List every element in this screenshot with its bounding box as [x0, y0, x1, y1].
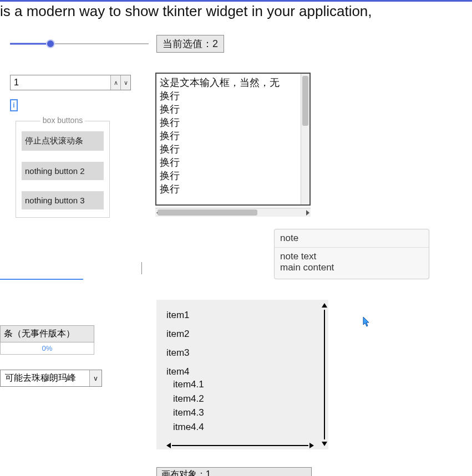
slider-filled: [10, 43, 50, 45]
tree-child[interactable]: itme4.4: [173, 420, 322, 434]
tree-hscroll-track: [172, 445, 308, 446]
spinbox-up-button[interactable]: ∧: [110, 75, 120, 90]
nothing-button-2[interactable]: nothing button 2: [22, 162, 104, 180]
spinbox-input[interactable]: [11, 75, 110, 90]
progress-bar: 0%: [0, 342, 94, 355]
combobox-dropdown-button[interactable]: v: [89, 370, 101, 386]
tree-vscroll-track: [324, 310, 325, 439]
info-icon: i: [10, 99, 18, 111]
divider-line: [0, 279, 83, 280]
slider-thumb[interactable]: [46, 39, 55, 48]
textarea-vertical-scrollbar[interactable]: [301, 74, 309, 204]
slider-value-label: 当前选值：2: [156, 35, 224, 53]
box-buttons-frame: box buttons 停止点状滚动条 nothing button 2 not…: [16, 121, 110, 218]
tree-horizontal-scrollbar[interactable]: [166, 443, 314, 448]
tree-view[interactable]: item1 item2 item3 item4 item4.1 item4.2 …: [156, 300, 328, 449]
mouse-cursor-icon: [363, 316, 371, 327]
number-spinbox[interactable]: ∧ ∨: [10, 75, 131, 90]
tree-item[interactable]: item1: [166, 310, 322, 321]
slider-label-value: 2: [212, 38, 218, 49]
tree-item[interactable]: item2: [166, 329, 322, 340]
canvas-object-label: 画布对象：1: [156, 467, 312, 476]
chevron-down-icon: v: [94, 375, 98, 382]
note-body: note text main content: [275, 248, 429, 279]
tree-item[interactable]: item3: [166, 347, 322, 359]
vertical-separator: [141, 262, 142, 274]
tree-child[interactable]: item4.2: [173, 392, 322, 406]
tree-item-label: item4: [166, 366, 322, 377]
nothing-button-3[interactable]: nothing button 3: [22, 191, 104, 209]
textarea-vscroll-thumb[interactable]: [302, 76, 308, 126]
hscroll-right-arrow-icon[interactable]: [306, 210, 309, 216]
textarea-container: 这是文本输入框，当然，无 换行 换行 换行 换行 换行 换行 换行 换行: [155, 73, 311, 217]
textarea-horizontal-scrollbar[interactable]: [155, 208, 311, 217]
textarea[interactable]: 这是文本输入框，当然，无 换行 换行 换行 换行 换行 换行 换行 换行: [156, 74, 301, 204]
textarea-hscroll-thumb[interactable]: [158, 209, 257, 216]
combobox-value: 可能去珠穆朗玛峰: [1, 370, 89, 386]
slider-label-prefix: 当前选值：: [163, 38, 212, 49]
note-title: note: [275, 229, 429, 248]
tree-hscroll-left-arrow-icon[interactable]: [166, 443, 171, 448]
note-panel: note note text main content: [274, 229, 429, 279]
box-buttons-title: box buttons: [40, 116, 85, 125]
tree-child[interactable]: item4.3: [173, 406, 322, 420]
tree-vertical-scrollbar[interactable]: [322, 300, 327, 449]
tree-vscroll-down-arrow-icon[interactable]: [322, 442, 327, 446]
progress-section: 条（无事件版本） 0%: [0, 325, 94, 355]
spinbox-down-button[interactable]: ∨: [120, 75, 130, 90]
destination-combobox[interactable]: 可能去珠穆朗玛峰 v: [0, 370, 102, 387]
progress-label: 条（无事件版本）: [0, 325, 94, 342]
tree-vscroll-up-arrow-icon[interactable]: [322, 303, 327, 308]
tree-item-expanded[interactable]: item4 item4.1 item4.2 item4.3 itme4.4: [166, 366, 322, 434]
tree-child[interactable]: item4.1: [173, 377, 322, 392]
stop-dot-scroll-button[interactable]: 停止点状滚动条: [22, 131, 104, 151]
tree-hscroll-right-arrow-icon[interactable]: [309, 443, 314, 448]
value-slider[interactable]: [10, 38, 149, 49]
page-title: is a modern way to show tkinter widget i…: [0, 2, 472, 22]
